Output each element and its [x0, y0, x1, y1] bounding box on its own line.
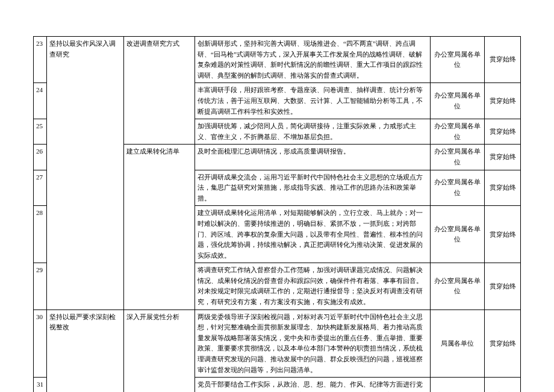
measure-cell: 改进调查研究方式	[124, 37, 195, 145]
row-id: 31	[34, 378, 47, 392]
department-cell: 办公室局属各单位	[431, 145, 485, 170]
timing-cell: 贯穿始终	[485, 263, 521, 310]
description-cell: 将调查研究工作纳入督察督办工作范畴，加强对调研课题完成情况、问题解决情况、成果转…	[195, 263, 431, 310]
category-cell: 坚持以最实作风深入调查研究	[47, 37, 124, 310]
timing-cell: 贯穿始终	[485, 145, 521, 170]
description-cell: 创新调研形式，坚持和完善大调研、现场推进会、“四不两直”调研、跨点调研、“回马枪…	[195, 37, 431, 83]
description-cell: 及时全面梳理汇总调研情况，形成高质量调研报告。	[195, 145, 431, 170]
row-id: 28	[34, 206, 47, 263]
row-id: 23	[34, 37, 47, 83]
row-id: 25	[34, 119, 47, 145]
description-cell: 丰富调研手段，用好跟班考察、专题座谈、问卷调查、抽样调查、统计分析等传统方法，善…	[195, 83, 431, 119]
content-table: 23坚持以最实作风深入调查研究改进调查研究方式创新调研形式，坚持和完善大调研、现…	[33, 36, 521, 392]
row-id: 30	[34, 310, 47, 378]
measure-cell: 建立成果转化清单	[124, 145, 195, 310]
row-id: 27	[34, 170, 47, 206]
timing-cell: 贯穿始终	[485, 170, 521, 206]
department-cell: 办公室局属各单位	[431, 83, 485, 119]
department-cell: 办公室局属各单位	[431, 37, 485, 83]
timing-cell: 贯穿始终	[485, 310, 521, 378]
measure-cell: 深入开展党性分析	[124, 310, 195, 392]
department-cell: 办公室局属各单位	[431, 170, 485, 206]
row-id: 24	[34, 83, 47, 119]
timing-cell: 贯穿始终	[485, 378, 521, 392]
category-cell: 坚持以最严要求深刻检视整改	[47, 310, 124, 392]
page-content: 23坚持以最实作风深入调查研究改进调查研究方式创新调研形式，坚持和完善大调研、现…	[0, 0, 554, 392]
description-cell: 加强调研统筹，减少陪同人员，简化调研接待，注重实际效果，力戒形式主义、官僚主义，…	[195, 119, 431, 145]
row-id: 26	[34, 145, 47, 170]
department-cell: 局属各单位	[431, 378, 485, 392]
department-cell: 办公室局属各单位	[431, 206, 485, 263]
timing-cell: 贯穿始终	[485, 206, 521, 263]
timing-cell: 贯穿始终	[485, 37, 521, 83]
description-cell: 建立调研成果转化运用清单，对短期能够解决的，立行立改、马上就办；对一时难以解决的…	[195, 206, 431, 263]
timing-cell: 贯穿始终	[485, 119, 521, 145]
row-id: 29	[34, 263, 47, 310]
table-row: 23坚持以最实作风深入调查研究改进调查研究方式创新调研形式，坚持和完善大调研、现…	[34, 37, 521, 83]
department-cell: 办公室局属各单位	[431, 119, 485, 145]
description-cell: 党员干部要结合工作实际，从政治、思、想、能力、作风、纪律等方面进行党性分析，真正…	[195, 378, 431, 392]
timing-cell: 贯穿始终	[485, 83, 521, 119]
department-cell: 办公室局属各单位	[431, 263, 485, 310]
description-cell: 两级党委领导班子深刻检视问题，对标对表习近平新时代中国特色社会主义思想，针对完整…	[195, 310, 431, 378]
table-row: 30坚持以最严要求深刻检视整改深入开展党性分析两级党委领导班子深刻检视问题，对标…	[34, 310, 521, 378]
department-cell: 局属各单位	[431, 310, 485, 378]
description-cell: 召开调研成果交流会，运用习近平新时代中国特色社会主义思想的立场观点方法，集思广益…	[195, 170, 431, 206]
